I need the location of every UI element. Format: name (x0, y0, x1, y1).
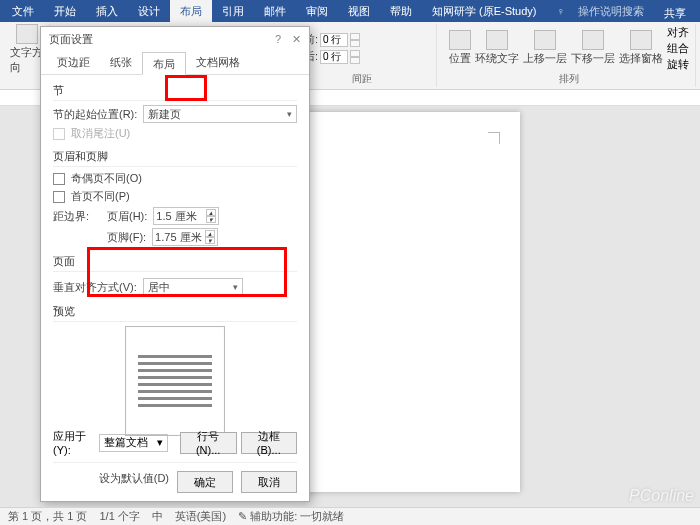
selection-pane-button[interactable]: 选择窗格 (619, 30, 663, 66)
backward-icon (582, 30, 604, 50)
section-title-page: 页面 (53, 254, 297, 272)
spacing-before-input[interactable] (320, 33, 348, 47)
section-start-combo[interactable]: 新建页▾ (143, 105, 297, 123)
tab-insert[interactable]: 插入 (86, 0, 128, 23)
header-label: 页眉(H): (107, 209, 147, 224)
line-numbers-button[interactable]: 行号(N)... (180, 432, 237, 454)
first-page-checkbox[interactable] (53, 191, 65, 203)
footer-label: 页脚(F): (107, 230, 146, 245)
text-direction-icon (16, 24, 38, 44)
forward-icon (534, 30, 556, 50)
chevron-down-icon: ▾ (233, 282, 238, 292)
help-icon[interactable]: ? (275, 33, 281, 45)
tab-file[interactable]: 文件 (2, 0, 44, 23)
position-button[interactable]: 位置 (449, 30, 471, 66)
ok-button[interactable]: 确定 (177, 471, 233, 493)
group-label-paragraph: 间距 (293, 72, 430, 86)
suppress-endnotes-checkbox[interactable] (53, 128, 65, 140)
position-icon (449, 30, 471, 50)
preview-thumbnail (125, 326, 225, 436)
dialog-tabs: 页边距 纸张 布局 文档网格 (41, 51, 309, 75)
odd-even-label: 奇偶页不同(O) (71, 171, 142, 186)
tab-design[interactable]: 设计 (128, 0, 170, 23)
share-button[interactable]: 共享 (654, 2, 696, 25)
chevron-down-icon: ▾ (287, 109, 292, 119)
tab-layout[interactable]: 布局 (170, 0, 212, 23)
page-setup-dialog: 页面设置 ? ✕ 页边距 纸张 布局 文档网格 节 节的起始位置(R): 新建页… (40, 26, 310, 502)
dlg-tab-grid[interactable]: 文档网格 (186, 51, 250, 74)
dialog-title: 页面设置 (49, 32, 93, 47)
rotate-button[interactable]: 旋转 (667, 57, 689, 72)
apply-to-combo[interactable]: 整篇文档▾ (99, 434, 168, 452)
tell-me[interactable]: ♀ 操作说明搜索 (547, 0, 664, 23)
tab-view[interactable]: 视图 (338, 0, 380, 23)
tab-mail[interactable]: 邮件 (254, 0, 296, 23)
tab-home[interactable]: 开始 (44, 0, 86, 23)
borders-button[interactable]: 边框(B)... (241, 432, 297, 454)
close-icon[interactable]: ✕ (292, 33, 301, 46)
cancel-button[interactable]: 取消 (241, 471, 297, 493)
header-spin[interactable]: 1.5 厘米▴▾ (153, 207, 219, 225)
dlg-tab-margins[interactable]: 页边距 (47, 51, 100, 74)
group-label-arrange: 排列 (449, 72, 689, 86)
watermark: PConline (629, 487, 694, 505)
status-a11y[interactable]: ✎ 辅助功能: 一切就绪 (238, 509, 344, 524)
status-ime[interactable]: 中 (152, 509, 163, 524)
spacing-after-input[interactable] (320, 50, 348, 64)
preview-title: 预览 (53, 304, 297, 322)
group-button[interactable]: 组合 (667, 41, 689, 56)
set-default-link[interactable]: 设为默认值(D) (99, 471, 169, 493)
selection-pane-icon (630, 30, 652, 50)
dlg-tab-paper[interactable]: 纸张 (100, 51, 142, 74)
tab-help[interactable]: 帮助 (380, 0, 422, 23)
tab-review[interactable]: 审阅 (296, 0, 338, 23)
margin-corner-icon (488, 132, 500, 144)
margin-label: 距边界: (53, 209, 101, 224)
status-words[interactable]: 1/1 个字 (99, 509, 139, 524)
backward-button[interactable]: 下移一层 (571, 30, 615, 66)
dlg-tab-layout[interactable]: 布局 (142, 52, 186, 75)
status-lang[interactable]: 英语(美国) (175, 509, 226, 524)
section-title-section: 节 (53, 83, 297, 101)
section-start-label: 节的起始位置(R): (53, 107, 137, 122)
wrap-button[interactable]: 环绕文字 (475, 30, 519, 66)
status-bar: 第 1 页，共 1 页 1/1 个字 中 英语(美国) ✎ 辅助功能: 一切就绪 (0, 507, 700, 525)
status-page[interactable]: 第 1 页，共 1 页 (8, 509, 87, 524)
align-button[interactable]: 对齐 (667, 25, 689, 40)
odd-even-checkbox[interactable] (53, 173, 65, 185)
tab-references[interactable]: 引用 (212, 0, 254, 23)
first-page-label: 首页不同(P) (71, 189, 130, 204)
apply-to-label: 应用于(Y): (53, 429, 93, 456)
suppress-endnotes-label: 取消尾注(U) (71, 126, 130, 141)
tab-estudy[interactable]: 知网研学 (原E-Study) (422, 0, 547, 23)
chevron-down-icon: ▾ (157, 436, 163, 449)
valign-label: 垂直对齐方式(V): (53, 280, 137, 295)
footer-spin[interactable]: 1.75 厘米▴▾ (152, 228, 218, 246)
wrap-icon (486, 30, 508, 50)
section-title-hf: 页眉和页脚 (53, 149, 297, 167)
text-direction-button[interactable]: 文字方向 (10, 24, 43, 75)
valign-combo[interactable]: 居中▾ (143, 278, 243, 296)
ribbon-tabs: 文件 开始 插入 设计 布局 引用 邮件 审阅 视图 帮助 知网研学 (原E-S… (0, 0, 700, 22)
forward-button[interactable]: 上移一层 (523, 30, 567, 66)
